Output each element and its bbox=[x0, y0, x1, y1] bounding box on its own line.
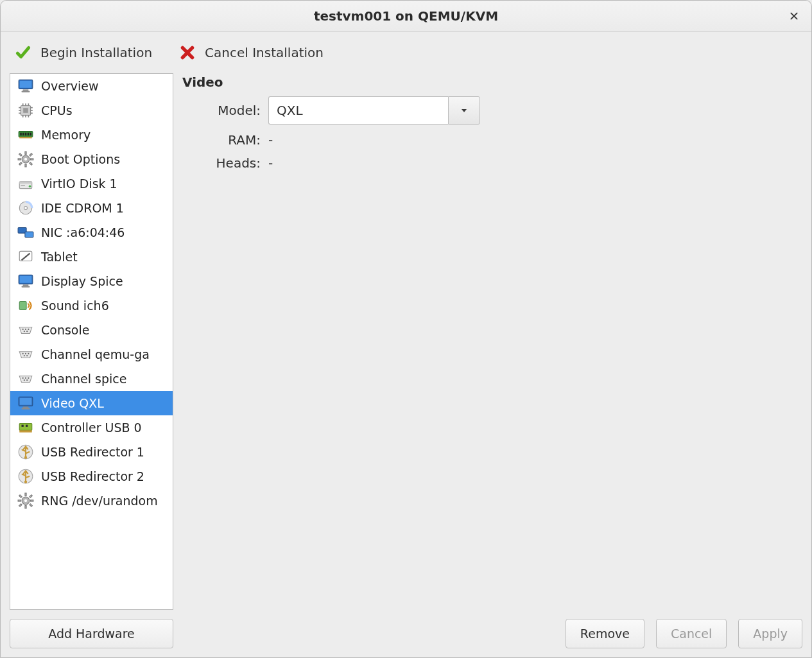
close-icon bbox=[789, 11, 799, 21]
sidebar-item-label: Console bbox=[41, 323, 89, 337]
section-title: Video bbox=[182, 74, 802, 90]
model-combobox[interactable]: QXL bbox=[268, 96, 480, 125]
heads-label: Heads: bbox=[198, 155, 268, 171]
ram-label: RAM: bbox=[198, 132, 268, 148]
remove-label: Remove bbox=[580, 627, 630, 641]
sidebar-item-tablet[interactable]: Tablet bbox=[10, 245, 173, 269]
cancel-button[interactable]: Cancel bbox=[656, 619, 727, 648]
sidebar-item-sound-ich6[interactable]: Sound ich6 bbox=[10, 293, 173, 318]
gear-icon bbox=[17, 492, 35, 510]
sidebar-item-virtio-disk-1[interactable]: VirtIO Disk 1 bbox=[10, 171, 173, 196]
nic-icon bbox=[17, 223, 35, 241]
usb-icon bbox=[17, 443, 35, 461]
sidebar-item-label: Boot Options bbox=[41, 152, 120, 166]
gear-icon bbox=[17, 150, 35, 168]
sidebar-item-label: Video QXL bbox=[41, 396, 104, 410]
apply-button[interactable]: Apply bbox=[738, 619, 802, 648]
model-dropdown-button[interactable] bbox=[448, 96, 480, 125]
serial-icon bbox=[17, 321, 35, 339]
vm-config-window: testvm001 on QEMU/KVM Begin Installation… bbox=[0, 0, 812, 658]
apply-label: Apply bbox=[753, 627, 788, 641]
sidebar-item-console[interactable]: Console bbox=[10, 318, 173, 342]
sidebar-item-label: CPUs bbox=[41, 103, 73, 117]
sidebar-item-video-qxl[interactable]: Video QXL bbox=[10, 391, 173, 415]
model-label: Model: bbox=[198, 103, 268, 118]
controller-icon bbox=[17, 419, 35, 437]
sidebar-item-label: Sound ich6 bbox=[41, 299, 109, 313]
sidebar-item-label: USB Redirector 1 bbox=[41, 445, 144, 459]
sidebar-item-label: VirtIO Disk 1 bbox=[41, 177, 117, 191]
usb-icon bbox=[17, 467, 35, 485]
monitor-icon bbox=[17, 394, 35, 412]
cdrom-icon bbox=[17, 199, 35, 217]
monitor-icon bbox=[17, 77, 35, 95]
sound-icon bbox=[17, 297, 35, 315]
sidebar-item-usb-redirector-1[interactable]: USB Redirector 1 bbox=[10, 440, 173, 464]
monitor-icon bbox=[17, 272, 35, 290]
serial-icon bbox=[17, 370, 35, 388]
content: OverviewCPUsMemoryBoot OptionsVirtIO Dis… bbox=[1, 73, 811, 657]
window-title: testvm001 on QEMU/KVM bbox=[314, 8, 498, 24]
sidebar-item-channel-spice[interactable]: Channel spice bbox=[10, 367, 173, 391]
title-bar: testvm001 on QEMU/KVM bbox=[1, 1, 811, 32]
sidebar-item-nic-a60446[interactable]: NIC :a6:04:46 bbox=[10, 220, 173, 245]
tablet-icon bbox=[17, 248, 35, 266]
sidebar-item-overview[interactable]: Overview bbox=[10, 74, 173, 98]
cancel-installation-button[interactable]: Cancel Installation bbox=[178, 43, 324, 62]
memory-icon bbox=[17, 126, 35, 144]
heads-value: - bbox=[268, 155, 480, 171]
sidebar-item-channel-qemu-ga[interactable]: Channel qemu-ga bbox=[10, 342, 173, 367]
sidebar-item-cpus[interactable]: CPUs bbox=[10, 98, 173, 123]
ram-value: - bbox=[268, 132, 480, 148]
model-value: QXL bbox=[268, 96, 448, 125]
sidebar-item-boot-options[interactable]: Boot Options bbox=[10, 147, 173, 171]
check-icon bbox=[13, 43, 33, 62]
add-hardware-label: Add Hardware bbox=[48, 627, 135, 641]
sidebar-item-label: Overview bbox=[41, 79, 98, 93]
sidebar-item-label: Tablet bbox=[41, 250, 78, 264]
sidebar-item-label: USB Redirector 2 bbox=[41, 469, 144, 483]
sidebar-item-memory[interactable]: Memory bbox=[10, 123, 173, 147]
details-panel: Video Model: QXL RAM: - Heads: - bbox=[182, 73, 802, 648]
cpu-icon bbox=[17, 101, 35, 119]
sidebar-item-usb-redirector-2[interactable]: USB Redirector 2 bbox=[10, 464, 173, 489]
sidebar-item-rng-dev-urandom[interactable]: RNG /dev/urandom bbox=[10, 489, 173, 513]
install-toolbar: Begin Installation Cancel Installation bbox=[1, 32, 811, 73]
sidebar-item-ide-cdrom-1[interactable]: IDE CDROM 1 bbox=[10, 196, 173, 220]
sidebar-item-label: IDE CDROM 1 bbox=[41, 201, 124, 215]
begin-installation-button[interactable]: Begin Installation bbox=[13, 43, 152, 62]
hardware-list[interactable]: OverviewCPUsMemoryBoot OptionsVirtIO Dis… bbox=[10, 73, 173, 610]
cancel-installation-label: Cancel Installation bbox=[205, 45, 324, 60]
sidebar-item-label: Channel qemu-ga bbox=[41, 347, 150, 361]
window-close-button[interactable] bbox=[786, 8, 802, 24]
sidebar-item-display-spice[interactable]: Display Spice bbox=[10, 269, 173, 293]
sidebar-item-label: NIC :a6:04:46 bbox=[41, 225, 125, 239]
add-hardware-button[interactable]: Add Hardware bbox=[10, 619, 173, 648]
sidebar-item-label: Channel spice bbox=[41, 372, 126, 386]
details-footer: Remove Cancel Apply bbox=[182, 610, 802, 648]
details-body: Video Model: QXL RAM: - Heads: - bbox=[182, 73, 802, 610]
disk-icon bbox=[17, 175, 35, 193]
video-form: Model: QXL RAM: - Heads: - bbox=[198, 96, 802, 171]
sidebar-item-label: Controller USB 0 bbox=[41, 420, 142, 435]
sidebar-item-label: Display Spice bbox=[41, 274, 123, 288]
sidebar-column: OverviewCPUsMemoryBoot OptionsVirtIO Dis… bbox=[10, 73, 173, 648]
serial-icon bbox=[17, 345, 35, 363]
sidebar-item-label: Memory bbox=[41, 128, 91, 142]
chevron-down-icon bbox=[459, 105, 469, 116]
sidebar-item-label: RNG /dev/urandom bbox=[41, 494, 158, 508]
begin-installation-label: Begin Installation bbox=[40, 45, 152, 60]
cancel-label: Cancel bbox=[671, 627, 712, 641]
sidebar-item-controller-usb-0[interactable]: Controller USB 0 bbox=[10, 415, 173, 440]
remove-button[interactable]: Remove bbox=[566, 619, 644, 648]
x-icon bbox=[178, 43, 197, 62]
